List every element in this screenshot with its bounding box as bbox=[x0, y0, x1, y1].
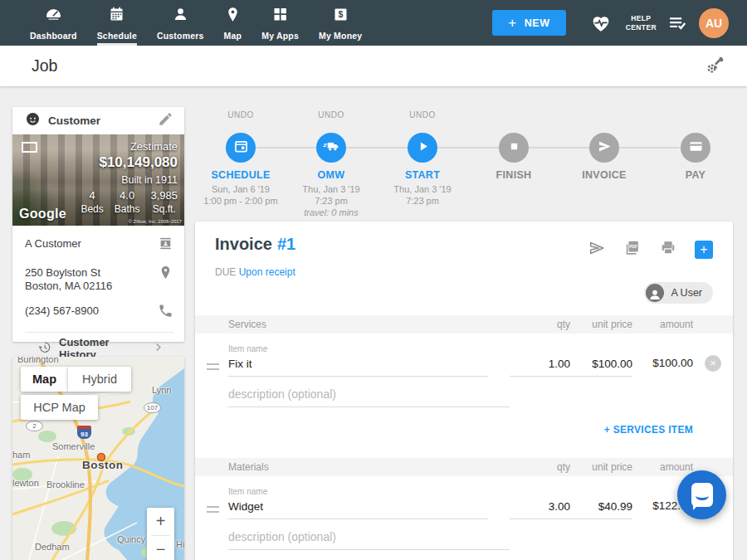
add-invoice-item-button[interactable]: + bbox=[695, 241, 713, 259]
material-item-row: Item name $122.97 bbox=[195, 476, 733, 519]
invoice-header: Invoice#1 PDF + DUE Upon receipt A User bbox=[195, 222, 733, 304]
customer-name-row: A Customer bbox=[25, 236, 173, 255]
hcp-map-button[interactable]: HCP Map bbox=[21, 395, 98, 420]
nav-item-schedule[interactable]: Schedule bbox=[87, 0, 147, 46]
nav-right: + NEW HELP CENTER AU bbox=[492, 0, 747, 46]
avatar-initials: AU bbox=[706, 17, 722, 30]
svg-text:$: $ bbox=[338, 9, 343, 19]
map-place-newton: lewton bbox=[12, 478, 39, 488]
add-services-item-link[interactable]: + SERVICES ITEM bbox=[604, 424, 693, 436]
photo-attribution: © Zillow, Inc. 2006-2017 bbox=[129, 219, 182, 224]
due-terms-link[interactable]: Upon receipt bbox=[239, 266, 295, 278]
map-place-lynn: Lynn bbox=[152, 385, 171, 395]
nav-label-schedule: Schedule bbox=[97, 31, 137, 41]
nav-item-my-money[interactable]: $ My Money bbox=[309, 0, 372, 46]
assignee-chip[interactable]: A User bbox=[644, 282, 713, 304]
chat-launcher-button[interactable] bbox=[677, 470, 726, 519]
service-unit-price-input[interactable] bbox=[570, 354, 632, 377]
health-heart-icon[interactable] bbox=[590, 12, 612, 34]
plus-icon: + bbox=[508, 16, 517, 30]
contact-card-icon[interactable] bbox=[158, 236, 173, 255]
nav-item-dashboard[interactable]: Dashboard bbox=[20, 0, 87, 46]
map-widget[interactable]: Burlington Lynn Somerville ham Boston le… bbox=[12, 357, 184, 560]
material-name-input[interactable] bbox=[228, 497, 488, 519]
undo-omw-link[interactable]: UNDO bbox=[286, 110, 377, 122]
undo-schedule-link[interactable]: UNDO bbox=[195, 110, 286, 122]
nav-item-customers[interactable]: Customers bbox=[147, 0, 214, 46]
credit-card-icon bbox=[687, 138, 705, 158]
streetview-frame-icon[interactable] bbox=[22, 142, 37, 153]
undo-start-link[interactable]: UNDO bbox=[377, 110, 468, 122]
map-place-quincy: Quincy bbox=[117, 534, 145, 544]
user-avatar[interactable]: AU bbox=[699, 8, 729, 38]
invoice-number[interactable]: #1 bbox=[277, 235, 295, 253]
schedule-step-date: Sun, Jan 6 '191:00 pm - 2:00 pm bbox=[195, 183, 286, 207]
service-description-row bbox=[195, 384, 733, 407]
nav-item-map[interactable]: Map bbox=[214, 0, 252, 46]
customer-details: A Customer 250 Boylston St Boston, MA 02… bbox=[12, 226, 184, 364]
property-stats: 4Beds 4.0Baths 3,985Sq.ft. bbox=[81, 189, 178, 215]
item-name-label: Item name bbox=[228, 344, 733, 353]
invoice-actions: PDF + bbox=[588, 235, 713, 261]
job-settings-icon[interactable] bbox=[703, 55, 725, 77]
nav-label-my-money: My Money bbox=[319, 31, 362, 41]
customer-phone: (234) 567-8900 bbox=[25, 303, 158, 318]
invoice-step-label: INVOICE bbox=[559, 169, 650, 181]
service-qty-input[interactable] bbox=[510, 354, 570, 377]
customer-phone-row: (234) 567-8900 bbox=[25, 303, 173, 322]
edit-pencil-icon[interactable] bbox=[158, 111, 173, 130]
map-place-hingham: Hi bbox=[176, 539, 184, 549]
services-section-title: Services bbox=[228, 319, 510, 330]
send-icon bbox=[596, 138, 613, 158]
material-unit-price-input[interactable] bbox=[570, 497, 632, 519]
new-button-label: NEW bbox=[525, 17, 550, 29]
material-description-input[interactable] bbox=[228, 527, 510, 550]
nav-label-dashboard: Dashboard bbox=[30, 31, 77, 41]
start-step-button[interactable] bbox=[408, 133, 437, 163]
map-type-map-button[interactable]: Map bbox=[21, 367, 68, 392]
invoice-step-button[interactable] bbox=[589, 133, 619, 163]
finish-step-button[interactable] bbox=[499, 133, 529, 163]
history-icon bbox=[37, 340, 51, 358]
print-icon[interactable] bbox=[659, 239, 677, 261]
schedule-icon bbox=[108, 6, 125, 27]
unit-price-column-header: unit price bbox=[570, 319, 632, 330]
customer-name: A Customer bbox=[25, 236, 158, 251]
pdf-icon[interactable]: PDF bbox=[623, 239, 642, 261]
pay-step-label: PAY bbox=[650, 169, 741, 181]
service-description-input[interactable] bbox=[228, 384, 510, 407]
help-center-link[interactable]: HELP CENTER bbox=[626, 14, 657, 32]
map-zoom-control: + − bbox=[147, 508, 174, 560]
material-qty-input[interactable] bbox=[510, 497, 570, 519]
nav-items: Dashboard Schedule Customers Map My Apps… bbox=[0, 0, 372, 46]
tasks-list-icon[interactable] bbox=[667, 12, 688, 33]
route-107-shield: 107 bbox=[144, 402, 161, 413]
schedule-step-button[interactable] bbox=[226, 133, 256, 163]
remove-service-item-button[interactable]: × bbox=[705, 355, 721, 372]
customer-card-title: Customer bbox=[48, 114, 150, 127]
credit-card-icon-button[interactable] bbox=[681, 133, 710, 163]
drag-handle-icon[interactable] bbox=[207, 506, 219, 513]
item-name-label: Item name bbox=[228, 487, 733, 496]
page-header: Job bbox=[0, 46, 747, 86]
timeline-step-schedule: UNDO SCHEDULE Sun, Jan 6 '191:00 pm - 2:… bbox=[195, 110, 286, 207]
zoom-out-button[interactable]: − bbox=[147, 536, 174, 560]
omw-step-label: OMW bbox=[286, 169, 377, 181]
property-photo[interactable]: Zestimate $10,149,080 Built in 1911 4Bed… bbox=[12, 134, 184, 226]
new-button[interactable]: + NEW bbox=[492, 10, 566, 36]
location-pin-icon[interactable] bbox=[158, 265, 173, 284]
map-type-hybrid-button[interactable]: Hybrid bbox=[68, 367, 131, 392]
omw-step-button[interactable] bbox=[316, 133, 346, 163]
service-name-input[interactable] bbox=[228, 354, 488, 377]
unit-price-column-header: unit price bbox=[570, 461, 632, 473]
phone-icon[interactable] bbox=[158, 303, 173, 322]
zoom-in-button[interactable]: + bbox=[147, 508, 174, 535]
zestimate-label: Zestimate bbox=[81, 140, 178, 153]
baths-label: Baths bbox=[115, 203, 140, 215]
materials-section-header: Materials qty unit price amount bbox=[195, 458, 733, 476]
send-invoice-icon[interactable] bbox=[588, 239, 606, 261]
drag-handle-icon[interactable] bbox=[207, 363, 219, 370]
nav-item-my-apps[interactable]: My Apps bbox=[251, 0, 309, 46]
map-pin-icon bbox=[224, 6, 242, 27]
help-center-line2: CENTER bbox=[626, 23, 657, 32]
